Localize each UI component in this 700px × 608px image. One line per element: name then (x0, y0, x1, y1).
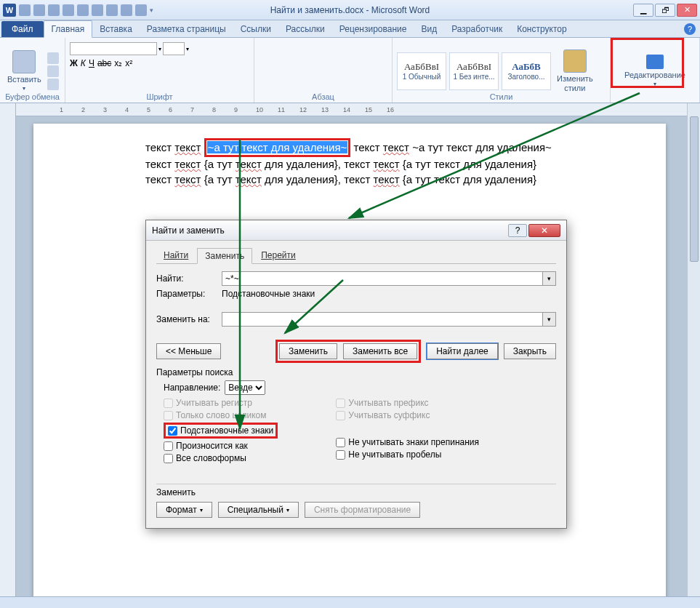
cut-icon[interactable] (47, 52, 59, 64)
doc-line-2: текст текст {а тут текст для удаления}, … (145, 157, 666, 172)
tab-mailings[interactable]: Рассылки (278, 21, 332, 37)
change-styles-icon (563, 49, 587, 73)
ribbon-help-icon[interactable]: ? (684, 23, 696, 35)
dialog-close-btn[interactable]: Закрыть (504, 343, 556, 359)
tab-review[interactable]: Рецензирование (332, 21, 414, 37)
qat-icon[interactable] (92, 4, 103, 16)
replace-section-label: Заменить (156, 487, 556, 497)
strike-button[interactable]: abc (97, 58, 111, 68)
search-params-title: Параметры поиска (156, 367, 556, 377)
style-normal[interactable]: АаБбВвІ1 Обычный (397, 52, 446, 90)
tab-home[interactable]: Главная (44, 20, 93, 38)
opt-whole-word: Только слово целиком (164, 410, 278, 420)
opt-suffix: Учитывать суффикс (336, 410, 479, 420)
find-replace-dialog: Найти и заменить ? ✕ Найти Заменить Пере… (145, 220, 567, 529)
direction-label: Направление: (164, 383, 220, 393)
subscript-button[interactable]: x₂ (114, 58, 122, 68)
dialog-close-button[interactable]: ✕ (528, 224, 560, 237)
opt-sounds-like[interactable]: Произносится как (164, 441, 278, 451)
tab-design[interactable]: Конструктор (510, 21, 574, 37)
replace-button[interactable]: Заменить (279, 343, 337, 359)
ribbon-tabs: Файл Главная Вставка Разметка страницы С… (0, 20, 700, 38)
tab-developer[interactable]: Разработчик (444, 21, 510, 37)
font-group-label: Шрифт (65, 92, 254, 101)
dialog-tab-replace[interactable]: Заменить (197, 248, 252, 264)
superscript-button[interactable]: x² (125, 58, 132, 68)
paste-icon (12, 50, 36, 73)
qat-icon[interactable] (63, 4, 74, 16)
replace-label: Заменить на: (156, 314, 222, 324)
clipboard-label: Буфер обмена (0, 92, 65, 101)
format-button[interactable]: Формат ▾ (156, 502, 212, 518)
horizontal-ruler: 12345678910111213141516 (16, 103, 700, 116)
qat-icon[interactable] (77, 4, 89, 16)
tab-insert[interactable]: Вставка (92, 21, 140, 37)
italic-button[interactable]: К (81, 58, 86, 68)
tab-references[interactable]: Ссылки (233, 21, 278, 37)
params-value: Подстановочные знаки (222, 289, 315, 299)
clear-formatting-button: Снять форматирование (305, 502, 420, 518)
qat-icon[interactable] (106, 4, 118, 16)
tab-file[interactable]: Файл (1, 21, 44, 37)
underline-button[interactable]: Ч (89, 58, 94, 68)
opt-word-forms[interactable]: Все словоформы (164, 453, 278, 463)
find-dropdown-icon[interactable]: ▾ (543, 271, 556, 286)
paste-label: Вставить (7, 75, 41, 84)
restore-button[interactable]: 🗗 (655, 4, 675, 17)
qat-redo-icon[interactable] (48, 4, 60, 16)
find-next-button[interactable]: Найти далее (427, 343, 498, 359)
tab-layout[interactable]: Разметка страницы (140, 21, 233, 37)
opt-ignore-punct[interactable]: Не учитывать знаки препинания (336, 437, 479, 447)
style-no-spacing[interactable]: АаБбВвІ1 Без инте... (449, 52, 499, 90)
paragraph-label: Абзац (254, 92, 392, 101)
doc-line-1: текст текст ~а тут текст для удаления~ т… (145, 138, 666, 157)
style-heading[interactable]: АаБбВЗаголово... (502, 52, 551, 90)
opt-match-case: Учитывать регистр (164, 398, 278, 408)
replace-dropdown-icon[interactable]: ▾ (543, 312, 556, 327)
qat-undo-icon[interactable] (33, 4, 45, 16)
titlebar: W ▾ Найти и заменить.docx - Microsoft Wo… (0, 0, 700, 20)
styles-group: АаБбВвІ1 Обычный АаБбВвІ1 Без инте... Аа… (393, 38, 611, 103)
bold-button[interactable]: Ж (70, 58, 78, 68)
replace-input[interactable] (222, 312, 543, 327)
dialog-help-button[interactable]: ? (508, 224, 527, 237)
clipboard-group: Вставить ▾ Буфер обмена (0, 38, 65, 103)
dialog-tab-goto[interactable]: Перейти (254, 248, 303, 263)
find-replace-button[interactable]: Редактирование ▾ (621, 53, 688, 89)
format-painter-icon[interactable] (47, 79, 59, 90)
params-label: Параметры: (156, 289, 222, 299)
dialog-tab-find[interactable]: Найти (156, 248, 196, 263)
change-styles-label: Изменить стили (557, 74, 593, 92)
styles-label: Стили (393, 92, 610, 101)
paste-button[interactable]: Вставить ▾ (4, 49, 44, 93)
ribbon: Вставить ▾ Буфер обмена ▾ ▾ (0, 38, 700, 103)
opt-ignore-spaces[interactable]: Не учитывать пробелы (336, 449, 479, 460)
qat-icon[interactable] (121, 4, 132, 16)
binoculars-icon (646, 55, 664, 69)
replace-all-button[interactable]: Заменить все (343, 343, 417, 359)
vertical-scrollbar[interactable] (687, 103, 700, 596)
qat-icon[interactable] (135, 4, 147, 16)
direction-select[interactable]: Везде (225, 380, 265, 395)
dialog-titlebar[interactable]: Найти и заменить ? ✕ (146, 220, 566, 241)
dialog-tabs: Найти Заменить Перейти (156, 248, 556, 264)
minimize-button[interactable]: ▁ (633, 4, 653, 17)
vertical-ruler (0, 103, 16, 596)
less-button[interactable]: << Меньше (156, 343, 221, 359)
dialog-title: Найти и заменить (152, 225, 225, 236)
qat-save-icon[interactable] (19, 4, 31, 16)
copy-icon[interactable] (47, 65, 59, 77)
opt-prefix: Учитывать префикс (336, 398, 479, 408)
word-app-icon: W (3, 4, 16, 17)
paragraph-group: Абзац (254, 38, 393, 103)
opt-wildcards[interactable]: Подстановочные знаки (168, 425, 273, 436)
doc-line-3: текст текст {а тут текст для удаления}, … (145, 172, 666, 187)
window-close-button[interactable]: ✕ (677, 4, 697, 17)
find-label: Найти: (156, 273, 222, 284)
font-name-combo[interactable] (70, 42, 157, 55)
font-size-combo[interactable] (163, 42, 185, 55)
find-input[interactable] (222, 271, 543, 286)
change-styles-button[interactable]: Изменить стили (554, 48, 596, 93)
special-button[interactable]: Специальный ▾ (218, 502, 299, 518)
tab-view[interactable]: Вид (414, 21, 444, 37)
